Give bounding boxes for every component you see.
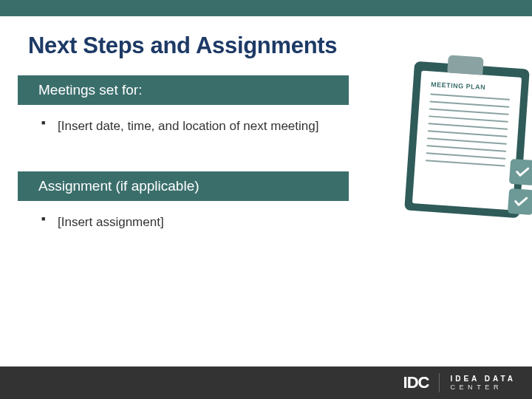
- clipboard-title: MEETING PLAN: [431, 81, 511, 92]
- section-label: Meetings set for:: [38, 82, 142, 98]
- clipboard-paper: MEETING PLAN: [412, 70, 522, 210]
- checkmark-icon: [508, 188, 532, 215]
- logo-abbrev: IDC: [403, 373, 429, 392]
- clipboard-illustration: MEETING PLAN: [390, 58, 532, 257]
- footer-bar: IDC IDEA DATA CENTER: [0, 366, 532, 399]
- list-item: [Insert assignment]: [41, 213, 337, 232]
- section-heading-meetings: Meetings set for:: [18, 75, 349, 105]
- paper-line: [428, 123, 508, 130]
- paper-line: [426, 160, 505, 167]
- slide-title: Next Steps and Assignments: [28, 33, 337, 59]
- logo-line1: IDEA DATA: [450, 375, 516, 383]
- section-label: Assignment (if applicable): [38, 178, 200, 194]
- logo-divider: [439, 373, 440, 392]
- logo-line2: CENTER: [450, 384, 516, 391]
- section-heading-assignment: Assignment (if applicable): [18, 171, 349, 201]
- list-item: [Insert date, time, and location of next…: [41, 117, 337, 136]
- bullet-list-assignment: [Insert assignment]: [41, 213, 337, 232]
- paper-line: [430, 93, 510, 100]
- paper-line: [429, 100, 509, 108]
- top-accent-bar: [0, 0, 532, 16]
- logo-abbrev-text: IDC: [403, 373, 429, 392]
- logo-fulltext: IDEA DATA CENTER: [450, 375, 516, 391]
- bullet-list-meetings: [Insert date, time, and location of next…: [41, 117, 337, 136]
- clipboard-clip: [447, 55, 484, 75]
- paper-line: [429, 115, 508, 123]
- paper-line: [428, 130, 508, 137]
- paper-line: [426, 152, 506, 160]
- paper-line: [429, 108, 509, 115]
- paper-line: [426, 145, 506, 152]
- checkmark-icon: [509, 159, 532, 185]
- paper-line: [427, 137, 507, 145]
